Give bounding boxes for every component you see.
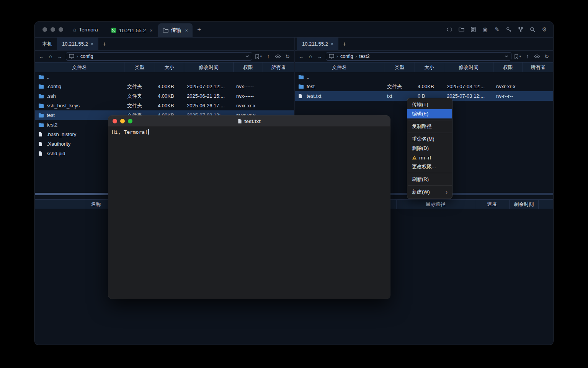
zoom-window-button[interactable] — [59, 27, 63, 32]
menu-item-rename[interactable]: 重命名(M) — [407, 135, 452, 144]
cell-modified: 2025-07-02 12:... — [184, 82, 234, 91]
show-hidden-icon[interactable] — [534, 53, 540, 60]
column-header-modified[interactable]: 修改时间 — [444, 62, 493, 72]
menu-item-label: 编辑(E) — [412, 110, 428, 117]
path-bar[interactable]: › config › test2 — [326, 52, 511, 61]
menu-item-edit[interactable]: 编辑(E) — [407, 109, 452, 118]
menu-item-label: 刷新(R) — [412, 176, 429, 183]
bookmark-icon — [255, 54, 259, 59]
refresh-icon[interactable]: ↻ — [284, 53, 291, 59]
cell-filename: .ssh — [35, 91, 124, 101]
left-panel-toolbar: ← ⌂ → › config ▾ ↑ ↻ — [35, 51, 294, 62]
minimize-window-button[interactable] — [120, 119, 125, 123]
path-bar[interactable]: › config — [66, 52, 252, 61]
column-header-size[interactable]: 大小 — [415, 62, 444, 72]
refresh-icon[interactable]: ↻ — [544, 53, 550, 59]
key-icon[interactable] — [505, 26, 512, 33]
menu-item-chmod[interactable]: 更改权限... — [407, 162, 452, 171]
new-tab-button[interactable]: + — [197, 26, 201, 33]
record-icon[interactable]: ◉ — [482, 26, 488, 33]
home-icon[interactable]: ⌂ — [47, 53, 54, 59]
column-header-filename[interactable]: 文件名 — [35, 62, 124, 72]
column-header-extra[interactable] — [539, 200, 553, 209]
settings-icon[interactable]: ⚙ — [541, 26, 548, 33]
close-window-button[interactable] — [113, 119, 117, 123]
menu-item-refresh[interactable]: 刷新(R) — [407, 175, 452, 184]
menu-divider — [408, 186, 452, 186]
path-separator: › — [336, 54, 338, 59]
menu-item-transfer[interactable]: 传输(T) — [407, 100, 452, 109]
show-hidden-icon[interactable] — [275, 53, 281, 60]
file-row[interactable]: test 文件夹 4.00KB 2025-07-03 12:... rwxr-x… — [295, 82, 553, 91]
cell-permissions — [493, 72, 523, 82]
menu-item-copy-path[interactable]: 复制路径 — [407, 122, 452, 131]
bookmark-button[interactable]: ▾ — [255, 54, 262, 59]
parent-dir-icon[interactable]: ↑ — [265, 53, 271, 59]
home-icon[interactable]: ⌂ — [307, 53, 314, 59]
tab-transfer[interactable]: 传输 × — [158, 23, 193, 37]
back-icon[interactable]: ← — [298, 53, 304, 59]
column-header-size[interactable]: 大小 — [155, 62, 184, 72]
path-separator: › — [77, 54, 78, 59]
folder-icon[interactable] — [458, 26, 465, 33]
new-panel-tab-button[interactable]: + — [338, 38, 350, 50]
column-header-speed[interactable]: 速度 — [475, 200, 510, 209]
menu-item-label: 传输(T) — [412, 101, 428, 108]
forward-icon[interactable]: → — [317, 53, 323, 59]
close-tab-icon[interactable]: × — [150, 28, 153, 33]
column-header-modified[interactable]: 修改时间 — [184, 62, 234, 72]
cell-owner — [523, 72, 553, 82]
column-header-owner[interactable]: 所有者 — [263, 62, 294, 72]
file-type-icon — [38, 103, 44, 108]
forward-icon[interactable]: → — [57, 53, 63, 59]
column-header-time-left[interactable]: 剩余时间 — [510, 200, 539, 209]
menu-item-delete[interactable]: 删除(D) — [407, 144, 452, 153]
back-icon[interactable]: ← — [38, 53, 44, 59]
tab-local[interactable]: 本机 — [37, 38, 57, 50]
column-header-type[interactable]: 类型 — [384, 62, 415, 72]
file-row[interactable]: .. — [295, 72, 553, 82]
file-row[interactable]: .ssh 文件夹 4.00KB 2025-06-21 15:... rwx---… — [35, 91, 294, 101]
chevron-down-icon[interactable] — [505, 55, 508, 58]
close-window-button[interactable] — [42, 27, 47, 32]
menu-item-label: 复制路径 — [412, 123, 432, 130]
tab-label: 10.211.55.2 — [119, 28, 146, 33]
column-header-permissions[interactable]: 权限 — [493, 62, 523, 72]
file-row[interactable]: ssh_host_keys 文件夹 4.00KB 2025-06-26 17:.… — [35, 101, 294, 110]
parent-dir-icon[interactable]: ↑ — [524, 53, 531, 59]
search-icon[interactable] — [529, 26, 536, 33]
menu-item-rm-rf[interactable]: rm -rf — [407, 153, 452, 162]
tab-remote-session[interactable]: 10.211.55.2 × — [297, 38, 338, 50]
file-row[interactable]: .config 文件夹 4.00KB 2025-07-02 12:... rwx… — [35, 82, 294, 91]
tab-remote-session[interactable]: 10.211.55.2 × — [57, 38, 98, 50]
edit-icon[interactable]: ✎ — [493, 26, 500, 33]
cell-type — [124, 72, 155, 82]
editor-content[interactable]: Hi, Termora! — [108, 127, 390, 137]
path-segment[interactable]: config — [340, 54, 353, 59]
new-panel-tab-button[interactable]: + — [98, 38, 110, 50]
column-header-owner[interactable]: 所有者 — [523, 62, 553, 72]
tab-ssh-session[interactable]: 10.211.55.2 × — [106, 23, 157, 37]
close-tab-icon[interactable]: × — [91, 41, 94, 47]
bookmark-button[interactable]: ▾ — [514, 54, 521, 59]
column-header-type[interactable]: 类型 — [124, 62, 155, 72]
column-header-filename[interactable]: 文件名 — [295, 62, 384, 72]
chevron-down-icon[interactable] — [245, 55, 249, 58]
tab-home[interactable]: ⌂ Termora — [73, 27, 98, 33]
column-header-target-path[interactable]: 目标路径 — [397, 200, 475, 209]
editor-titlebar[interactable]: test.txt — [108, 116, 390, 127]
column-header-permissions[interactable]: 权限 — [234, 62, 263, 72]
code-icon[interactable] — [446, 26, 453, 33]
zoom-window-button[interactable] — [128, 119, 132, 123]
tab-label: 传输 — [171, 27, 181, 34]
path-segment[interactable]: config — [80, 54, 93, 59]
branch-icon[interactable] — [517, 26, 524, 33]
menu-item-new[interactable]: 新建(W) › — [407, 187, 452, 197]
cell-modified: 2025-06-21 15:... — [184, 91, 234, 101]
path-segment[interactable]: test2 — [359, 54, 369, 59]
minimize-window-button[interactable] — [51, 27, 55, 32]
close-tab-icon[interactable]: × — [185, 28, 188, 33]
log-icon[interactable] — [470, 26, 477, 33]
file-row[interactable]: .. — [35, 72, 294, 82]
close-tab-icon[interactable]: × — [331, 41, 334, 47]
